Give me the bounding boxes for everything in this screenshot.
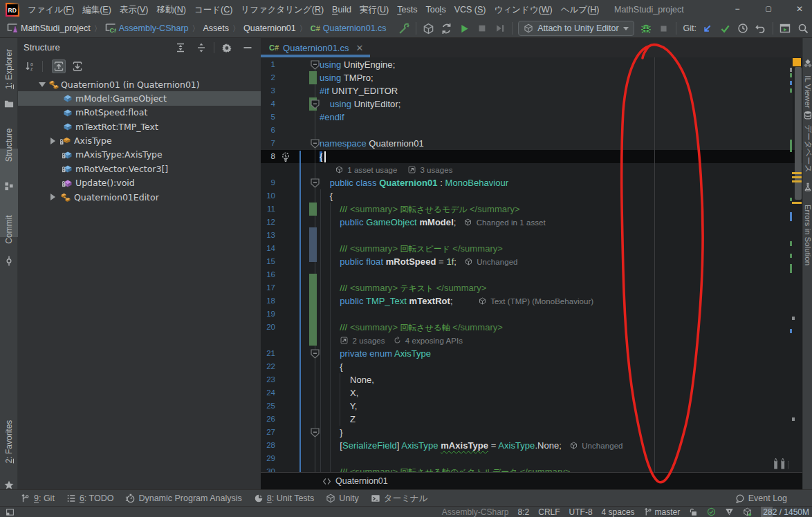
error-stripe-mark[interactable] bbox=[792, 176, 802, 178]
collapse-all-button[interactable] bbox=[196, 42, 207, 53]
build-solution-button[interactable] bbox=[398, 22, 410, 35]
autoscroll-from-source-button[interactable] bbox=[71, 59, 84, 73]
lock-icon[interactable] bbox=[689, 507, 698, 516]
run-anything-button[interactable] bbox=[779, 22, 791, 35]
menu-item[interactable]: 表示(V) bbox=[116, 4, 153, 16]
rider-logo-icon[interactable]: RD bbox=[6, 3, 19, 17]
update-project-button[interactable] bbox=[701, 22, 713, 35]
fold-region-icon[interactable] bbox=[311, 178, 320, 188]
fold-region-icon[interactable] bbox=[311, 349, 320, 359]
error-stripe-mark[interactable] bbox=[790, 68, 792, 72]
tree-node-quaternion01[interactable]: Quaternion01 (in Quaternion01) bbox=[18, 77, 261, 91]
tool-window-button-ilviewer[interactable]: IL Viewer bbox=[804, 75, 812, 108]
stop-button[interactable] bbox=[476, 22, 488, 35]
error-stripe-mark[interactable] bbox=[790, 198, 792, 201]
tool-window-button-unittests[interactable]: 8: Unit Tests bbox=[254, 494, 315, 503]
run-button[interactable] bbox=[458, 22, 470, 35]
gear-icon[interactable] bbox=[221, 42, 232, 53]
chevron-collapsed-icon[interactable] bbox=[50, 194, 55, 200]
tree-node-mmodel[interactable]: mModel:GameObject bbox=[18, 91, 261, 105]
maximize-button[interactable]: ▢ bbox=[758, 0, 779, 19]
breadcrumb-item[interactable]: Quaternion01.cs bbox=[323, 24, 387, 33]
menu-item[interactable]: Tools bbox=[421, 5, 450, 15]
fold-region-icon[interactable] bbox=[311, 139, 320, 149]
breadcrumb-item[interactable]: MathStudi_project bbox=[21, 24, 91, 33]
error-stripe-mark[interactable] bbox=[792, 317, 795, 320]
chevron-expanded-icon[interactable] bbox=[39, 82, 46, 87]
tree-node-mrotspeed[interactable]: mRotSpeed:float bbox=[18, 106, 261, 120]
breadcrumb-item[interactable]: Assembly-CSharp bbox=[119, 24, 189, 33]
status-line-separator[interactable]: CRLF bbox=[538, 507, 560, 517]
menu-item[interactable]: ウィンドウ(W) bbox=[490, 4, 557, 16]
error-stripe-mark[interactable] bbox=[790, 241, 792, 246]
menu-item[interactable]: リファクタリング(R) bbox=[237, 4, 328, 16]
chevron-collapsed-icon[interactable] bbox=[50, 138, 55, 144]
tool-window-button-unity[interactable]: Unity bbox=[326, 494, 358, 503]
unity-reload-icon[interactable] bbox=[422, 22, 434, 35]
navigate-with-single-click-button[interactable] bbox=[52, 59, 66, 73]
commit-button[interactable] bbox=[719, 22, 731, 35]
error-stripe-mark[interactable] bbox=[790, 81, 792, 85]
step-button[interactable] bbox=[494, 22, 506, 35]
error-stripe-mark[interactable] bbox=[790, 254, 792, 258]
tool-window-button-[interactable]: ターミナル bbox=[371, 493, 428, 505]
error-stripe-mark[interactable] bbox=[792, 417, 795, 421]
menu-item[interactable]: コード(C) bbox=[190, 4, 237, 16]
fold-region-icon[interactable] bbox=[311, 100, 320, 109]
fold-region-icon[interactable] bbox=[311, 60, 320, 70]
menu-item[interactable]: 実行(U) bbox=[356, 4, 393, 16]
hide-panel-button[interactable] bbox=[242, 42, 253, 53]
error-stripe-mark[interactable] bbox=[790, 88, 792, 93]
refresh-unity-button[interactable] bbox=[440, 22, 452, 35]
error-stripe-mark[interactable] bbox=[792, 180, 802, 182]
fold-region-icon[interactable] bbox=[311, 428, 320, 438]
tree-node-axistype[interactable]: AxisType bbox=[18, 134, 261, 148]
tool-window-button-[interactable]: データベース bbox=[802, 124, 812, 173]
git-branch-widget[interactable]: master bbox=[644, 507, 681, 517]
tool-window-button-todo[interactable]: 6: TODO bbox=[66, 494, 114, 503]
inspection-status-square[interactable] bbox=[793, 58, 801, 66]
status-indent[interactable]: 4 spaces bbox=[602, 507, 635, 517]
vcs-added-lines-marker[interactable] bbox=[309, 71, 317, 84]
error-stripe-mark[interactable] bbox=[790, 140, 792, 152]
breadcrumb-item[interactable]: Quaternion01 bbox=[243, 24, 296, 33]
pencils-widget-icon[interactable] bbox=[766, 458, 788, 473]
expand-all-button[interactable] bbox=[175, 42, 186, 53]
status-encoding[interactable]: UTF-8 bbox=[569, 507, 593, 517]
stop-process-button[interactable] bbox=[658, 22, 670, 35]
tree-node-mtextrot[interactable]: mTextRot:TMP_Text bbox=[18, 120, 261, 133]
tool-window-button-git[interactable]: 9: Git bbox=[21, 494, 55, 503]
tool-window-button-dynamicprogramanalysis[interactable]: Dynamic Program Analysis bbox=[125, 494, 241, 503]
minimize-button[interactable]: − bbox=[727, 0, 748, 19]
menu-item[interactable]: 編集(E) bbox=[78, 4, 116, 16]
close-button[interactable]: ✕ bbox=[789, 0, 810, 19]
error-stripe-mark[interactable] bbox=[790, 264, 792, 273]
sort-alphabetically-button[interactable] bbox=[23, 59, 37, 73]
error-stripe-mark[interactable] bbox=[790, 329, 792, 333]
menu-item[interactable]: Tests bbox=[393, 5, 421, 15]
tree-node-update[interactable]: Update():void bbox=[18, 176, 261, 190]
breadcrumb-item[interactable]: Assets bbox=[203, 24, 230, 33]
unity-status-icon[interactable] bbox=[743, 507, 752, 516]
tool-window-button-errorsinsolution[interactable]: Errors in Solution bbox=[804, 205, 812, 265]
tree-node-mrotvector[interactable]: mRotVector:Vector3[] bbox=[18, 162, 261, 176]
editor-content[interactable]: 1using UnityEngine;2using TMPro;3#if UNI… bbox=[261, 57, 802, 473]
tree-node-quaternion01editor[interactable]: Quaternion01Editor bbox=[18, 190, 261, 204]
history-button[interactable] bbox=[737, 22, 749, 35]
breadcrumb-item[interactable]: Quaternion01 bbox=[335, 476, 388, 486]
search-everywhere-button[interactable] bbox=[797, 22, 809, 35]
status-caret-position[interactable]: 8:2 bbox=[518, 507, 530, 517]
vcs-added-lines-marker[interactable] bbox=[309, 274, 317, 346]
inspections-ok-icon[interactable] bbox=[707, 507, 716, 516]
menu-item[interactable]: VCS (S) bbox=[450, 5, 490, 15]
close-tab-icon[interactable]: ✕ bbox=[356, 43, 363, 53]
run-configuration-select[interactable]: Attach to Unity Editor bbox=[518, 21, 634, 36]
memory-indicator[interactable]: 282 / 1450M bbox=[761, 507, 809, 517]
menu-item[interactable]: Build bbox=[328, 5, 356, 15]
toggle-tool-windows-icon[interactable] bbox=[6, 508, 15, 516]
debug-button[interactable] bbox=[640, 22, 652, 35]
vcs-added-lines-marker[interactable] bbox=[309, 203, 317, 216]
menu-item[interactable]: 移動(N) bbox=[153, 4, 190, 16]
event-log-button[interactable]: Event Log bbox=[735, 490, 787, 507]
error-stripe-mark[interactable] bbox=[790, 212, 792, 221]
